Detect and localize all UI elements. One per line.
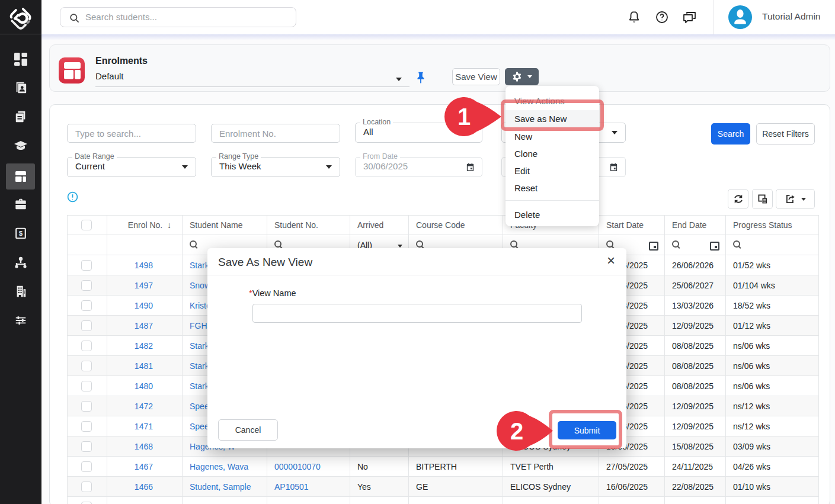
svg-text:$: $ [19,230,23,237]
svg-text:2: 2 [510,418,523,444]
svg-text:1: 1 [458,104,471,130]
